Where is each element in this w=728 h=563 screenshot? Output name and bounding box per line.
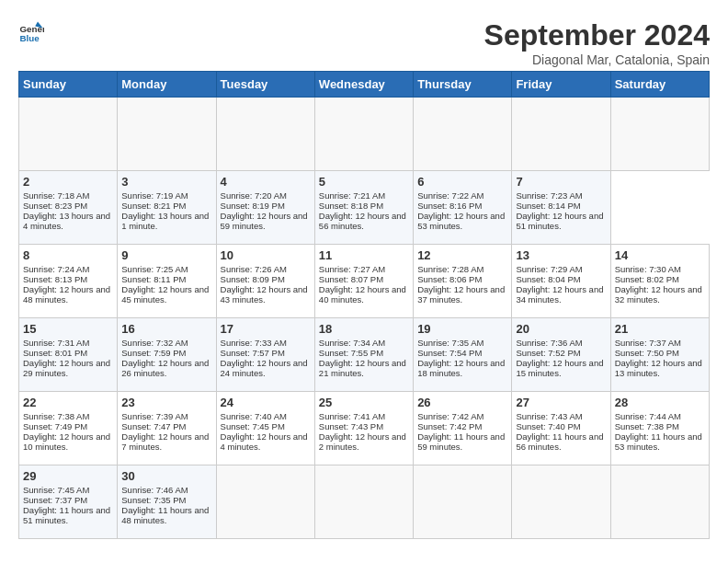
daylight-text: Daylight: 12 hours and 13 minutes. [615,358,705,378]
day-number: 5 [319,175,409,189]
daylight-text: Daylight: 12 hours and 34 minutes. [516,284,606,304]
calendar-cell: 25Sunrise: 7:41 AMSunset: 7:43 PMDayligh… [314,392,413,465]
sunrise-text: Sunrise: 7:27 AM [319,264,409,274]
sunset-text: Sunset: 7:40 PM [516,421,606,431]
calendar-cell: 12Sunrise: 7:28 AMSunset: 8:06 PMDayligh… [414,245,512,318]
calendar-cell: 6Sunrise: 7:22 AMSunset: 8:16 PMDaylight… [414,171,512,245]
daylight-text: Daylight: 12 hours and 43 minutes. [221,284,311,304]
sunrise-text: Sunrise: 7:45 AM [23,485,113,495]
calendar-cell: 5Sunrise: 7:21 AMSunset: 8:18 PMDaylight… [314,171,413,245]
day-number: 2 [23,175,113,189]
svg-text:Blue: Blue [19,33,40,43]
sunset-text: Sunset: 7:38 PM [615,421,705,431]
weekday-header-saturday: Saturday [610,72,709,98]
daylight-text: Daylight: 12 hours and 45 minutes. [121,284,211,304]
daylight-text: Daylight: 12 hours and 53 minutes. [417,211,507,231]
week-row-4: 15Sunrise: 7:31 AMSunset: 8:01 PMDayligh… [19,318,710,392]
calendar-cell: 30Sunrise: 7:46 AMSunset: 7:35 PMDayligh… [118,465,216,539]
sunrise-text: Sunrise: 7:21 AM [319,190,409,201]
sunrise-text: Sunrise: 7:42 AM [417,411,507,421]
daylight-text: Daylight: 11 hours and 51 minutes. [23,505,113,525]
sunset-text: Sunset: 8:06 PM [417,274,507,284]
sunrise-text: Sunrise: 7:23 AM [516,190,606,201]
calendar-cell: 9Sunrise: 7:25 AMSunset: 8:11 PMDaylight… [118,245,216,318]
sunset-text: Sunset: 8:07 PM [319,274,409,284]
day-number: 10 [221,248,311,262]
calendar-cell: 27Sunrise: 7:43 AMSunset: 7:40 PMDayligh… [512,392,610,465]
sunrise-text: Sunrise: 7:43 AM [516,411,606,421]
sunrise-text: Sunrise: 7:24 AM [23,264,113,274]
sunset-text: Sunset: 8:23 PM [23,201,113,211]
sunrise-text: Sunrise: 7:29 AM [516,264,606,274]
day-number: 27 [516,396,606,409]
daylight-text: Daylight: 12 hours and 37 minutes. [417,284,507,304]
daylight-text: Daylight: 11 hours and 56 minutes. [516,431,606,452]
sunset-text: Sunset: 8:18 PM [319,201,409,211]
daylight-text: Daylight: 12 hours and 15 minutes. [516,358,606,378]
calendar-cell: 23Sunrise: 7:39 AMSunset: 7:47 PMDayligh… [118,392,216,465]
calendar-cell: 20Sunrise: 7:36 AMSunset: 7:52 PMDayligh… [512,318,610,392]
day-number: 13 [516,248,606,262]
calendar-cell: 21Sunrise: 7:37 AMSunset: 7:50 PMDayligh… [610,318,709,392]
calendar-body: 2Sunrise: 7:18 AMSunset: 8:23 PMDaylight… [19,98,710,539]
calendar-cell: 13Sunrise: 7:29 AMSunset: 8:04 PMDayligh… [512,245,610,318]
daylight-text: Daylight: 12 hours and 18 minutes. [417,358,507,378]
week-row-2: 2Sunrise: 7:18 AMSunset: 8:23 PMDaylight… [19,171,710,245]
calendar-cell: 29Sunrise: 7:45 AMSunset: 7:37 PMDayligh… [19,465,118,539]
daylight-text: Daylight: 11 hours and 53 minutes. [615,431,705,452]
day-number: 15 [23,322,113,336]
daylight-text: Daylight: 12 hours and 56 minutes. [319,211,409,231]
calendar-cell: 15Sunrise: 7:31 AMSunset: 8:01 PMDayligh… [19,318,118,392]
sunset-text: Sunset: 7:43 PM [319,421,409,431]
calendar-cell: 18Sunrise: 7:34 AMSunset: 7:55 PMDayligh… [314,318,413,392]
sunset-text: Sunset: 7:42 PM [417,421,507,431]
calendar-cell [414,465,512,539]
daylight-text: Daylight: 12 hours and 32 minutes. [615,284,705,304]
calendar-cell [610,98,709,171]
sunrise-text: Sunrise: 7:34 AM [319,338,409,348]
week-row-3: 8Sunrise: 7:24 AMSunset: 8:13 PMDaylight… [19,245,710,318]
calendar-cell: 22Sunrise: 7:38 AMSunset: 7:49 PMDayligh… [19,392,118,465]
sunrise-text: Sunrise: 7:39 AM [121,411,211,421]
sunset-text: Sunset: 8:13 PM [23,274,113,284]
sunrise-text: Sunrise: 7:30 AM [615,264,705,274]
sunset-text: Sunset: 7:35 PM [121,495,211,505]
weekday-header-sunday: Sunday [19,72,118,98]
calendar-table: SundayMondayTuesdayWednesdayThursdayFrid… [18,71,710,539]
sunset-text: Sunset: 7:52 PM [516,348,606,358]
sunrise-text: Sunrise: 7:41 AM [319,411,409,421]
calendar-cell [512,465,610,539]
sunset-text: Sunset: 7:50 PM [615,348,705,358]
logo: General Blue [18,18,46,44]
day-number: 17 [221,322,311,336]
daylight-text: Daylight: 12 hours and 4 minutes. [221,431,311,452]
day-number: 9 [121,248,211,262]
daylight-text: Daylight: 12 hours and 2 minutes. [319,431,409,452]
page-header: General Blue September 2024 Diagonal Mar… [18,18,710,67]
weekday-header-monday: Monday [118,72,216,98]
sunset-text: Sunset: 8:21 PM [121,201,211,211]
day-number: 18 [319,322,409,336]
sunrise-text: Sunrise: 7:36 AM [516,338,606,348]
calendar-cell [414,98,512,171]
day-number: 4 [221,175,311,189]
sunset-text: Sunset: 7:47 PM [121,421,211,431]
weekday-header-tuesday: Tuesday [216,72,314,98]
sunrise-text: Sunrise: 7:37 AM [615,338,705,348]
title-block: September 2024 Diagonal Mar, Catalonia, … [484,18,710,67]
day-number: 16 [121,322,211,336]
daylight-text: Daylight: 12 hours and 59 minutes. [221,211,311,231]
day-number: 22 [23,396,113,409]
sunset-text: Sunset: 7:49 PM [23,421,113,431]
week-row-5: 22Sunrise: 7:38 AMSunset: 7:49 PMDayligh… [19,392,710,465]
daylight-text: Daylight: 13 hours and 4 minutes. [23,211,113,231]
week-row-1 [19,98,710,171]
sunrise-text: Sunrise: 7:46 AM [121,485,211,495]
daylight-text: Daylight: 12 hours and 29 minutes. [23,358,113,378]
sunrise-text: Sunrise: 7:28 AM [417,264,507,274]
sunrise-text: Sunrise: 7:19 AM [121,190,211,201]
calendar-cell [216,465,314,539]
daylight-text: Daylight: 12 hours and 51 minutes. [516,211,606,231]
sunset-text: Sunset: 7:55 PM [319,348,409,358]
day-number: 29 [23,469,113,483]
